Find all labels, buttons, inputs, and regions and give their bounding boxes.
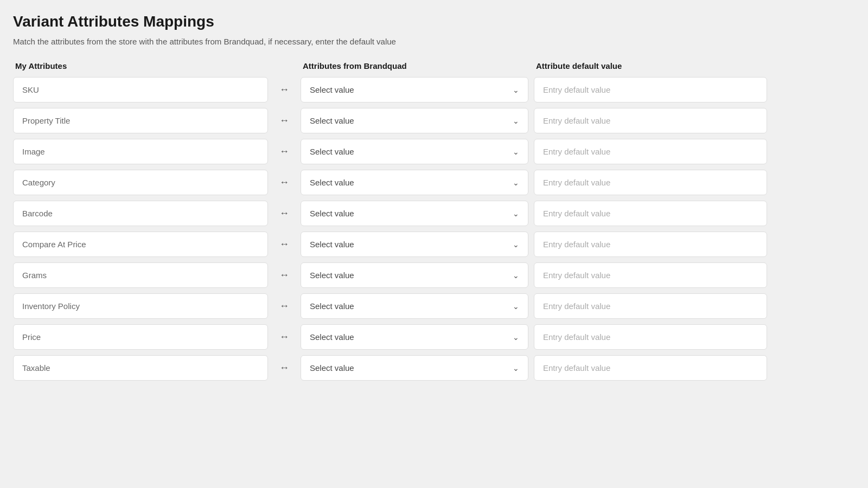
default-value-input-7[interactable] (534, 293, 767, 319)
page-title: Variant Attributes Mappings (13, 13, 794, 30)
brandquad-select-6[interactable]: Select value ⌄ (301, 262, 528, 288)
default-value-input-6[interactable] (534, 262, 767, 288)
brandquad-select-1[interactable]: Select value ⌄ (301, 108, 528, 133)
brandquad-select-2[interactable]: Select value ⌄ (301, 139, 528, 164)
my-attribute-label-5: Compare At Price (13, 232, 268, 257)
select-placeholder-3: Select value (310, 178, 354, 187)
my-attribute-label-3: Category (13, 170, 268, 195)
mapping-row: Property Title ↔ Select value ⌄ (13, 108, 794, 133)
mapping-row: Price ↔ Select value ⌄ (13, 324, 794, 350)
chevron-down-icon: ⌄ (513, 209, 519, 218)
select-placeholder-4: Select value (310, 209, 354, 218)
select-placeholder-7: Select value (310, 301, 354, 311)
brandquad-select-9[interactable]: Select value ⌄ (301, 355, 528, 381)
mapping-row: Taxable ↔ Select value ⌄ (13, 355, 794, 381)
arrow-connector-9: ↔ (268, 362, 301, 374)
bidirectional-arrow-icon: ↔ (279, 115, 289, 126)
chevron-down-icon: ⌄ (513, 86, 519, 94)
default-value-input-8[interactable] (534, 324, 767, 350)
chevron-down-icon: ⌄ (513, 271, 519, 280)
bidirectional-arrow-icon: ↔ (279, 208, 289, 219)
brandquad-select-3[interactable]: Select value ⌄ (301, 170, 528, 195)
arrow-connector-7: ↔ (268, 300, 301, 312)
bidirectional-arrow-icon: ↔ (279, 177, 289, 188)
default-value-input-1[interactable] (534, 108, 767, 133)
mapping-row: Image ↔ Select value ⌄ (13, 139, 794, 164)
select-placeholder-2: Select value (310, 147, 354, 156)
my-attribute-label-1: Property Title (13, 108, 268, 133)
brandquad-select-0[interactable]: Select value ⌄ (301, 77, 528, 102)
column-headers: My Attributes Attributes from Brandquad … (13, 61, 794, 70)
select-placeholder-8: Select value (310, 332, 354, 342)
my-attribute-label-4: Barcode (13, 201, 268, 226)
my-attribute-label-6: Grams (13, 262, 268, 288)
default-value-input-4[interactable] (534, 201, 767, 226)
select-placeholder-0: Select value (310, 85, 354, 94)
page-container: Variant Attributes Mappings Match the at… (13, 13, 794, 381)
chevron-down-icon: ⌄ (513, 333, 519, 342)
col-header-spacer (270, 61, 303, 70)
select-placeholder-5: Select value (310, 240, 354, 249)
mapping-row: Barcode ↔ Select value ⌄ (13, 201, 794, 226)
brandquad-select-8[interactable]: Select value ⌄ (301, 324, 528, 350)
chevron-down-icon: ⌄ (513, 364, 519, 373)
select-placeholder-6: Select value (310, 271, 354, 280)
mapping-row: Category ↔ Select value ⌄ (13, 170, 794, 195)
brandquad-select-4[interactable]: Select value ⌄ (301, 201, 528, 226)
bidirectional-arrow-icon: ↔ (279, 146, 289, 157)
my-attribute-label-2: Image (13, 139, 268, 164)
default-value-input-2[interactable] (534, 139, 767, 164)
chevron-down-icon: ⌄ (513, 178, 519, 187)
col-header-my-attributes: My Attributes (15, 61, 270, 70)
arrow-connector-5: ↔ (268, 239, 301, 250)
default-value-input-0[interactable] (534, 77, 767, 102)
bidirectional-arrow-icon: ↔ (279, 362, 289, 374)
chevron-down-icon: ⌄ (513, 240, 519, 249)
arrow-connector-4: ↔ (268, 208, 301, 219)
col-header-default: Attribute default value (531, 61, 764, 70)
select-placeholder-9: Select value (310, 363, 354, 373)
arrow-connector-2: ↔ (268, 146, 301, 157)
bidirectional-arrow-icon: ↔ (279, 84, 289, 95)
arrow-connector-0: ↔ (268, 84, 301, 95)
arrow-connector-8: ↔ (268, 331, 301, 343)
select-placeholder-1: Select value (310, 116, 354, 125)
mapping-row: Grams ↔ Select value ⌄ (13, 262, 794, 288)
default-value-input-9[interactable] (534, 355, 767, 381)
rows-container: SKU ↔ Select value ⌄ Property Title ↔ Se… (13, 77, 794, 381)
my-attribute-label-8: Price (13, 324, 268, 350)
chevron-down-icon: ⌄ (513, 117, 519, 125)
brandquad-select-7[interactable]: Select value ⌄ (301, 293, 528, 319)
mapping-row: SKU ↔ Select value ⌄ (13, 77, 794, 102)
bidirectional-arrow-icon: ↔ (279, 300, 289, 312)
col-header-brandquad: Attributes from Brandquad (303, 61, 531, 70)
page-subtitle: Match the attributes from the store with… (13, 37, 794, 46)
bidirectional-arrow-icon: ↔ (279, 331, 289, 343)
chevron-down-icon: ⌄ (513, 147, 519, 156)
mapping-row: Inventory Policy ↔ Select value ⌄ (13, 293, 794, 319)
bidirectional-arrow-icon: ↔ (279, 239, 289, 250)
arrow-connector-1: ↔ (268, 115, 301, 126)
bidirectional-arrow-icon: ↔ (279, 269, 289, 281)
my-attribute-label-9: Taxable (13, 355, 268, 381)
mapping-row: Compare At Price ↔ Select value ⌄ (13, 232, 794, 257)
arrow-connector-3: ↔ (268, 177, 301, 188)
my-attribute-label-7: Inventory Policy (13, 293, 268, 319)
default-value-input-3[interactable] (534, 170, 767, 195)
arrow-connector-6: ↔ (268, 269, 301, 281)
default-value-input-5[interactable] (534, 232, 767, 257)
brandquad-select-5[interactable]: Select value ⌄ (301, 232, 528, 257)
chevron-down-icon: ⌄ (513, 302, 519, 311)
my-attribute-label-0: SKU (13, 77, 268, 102)
